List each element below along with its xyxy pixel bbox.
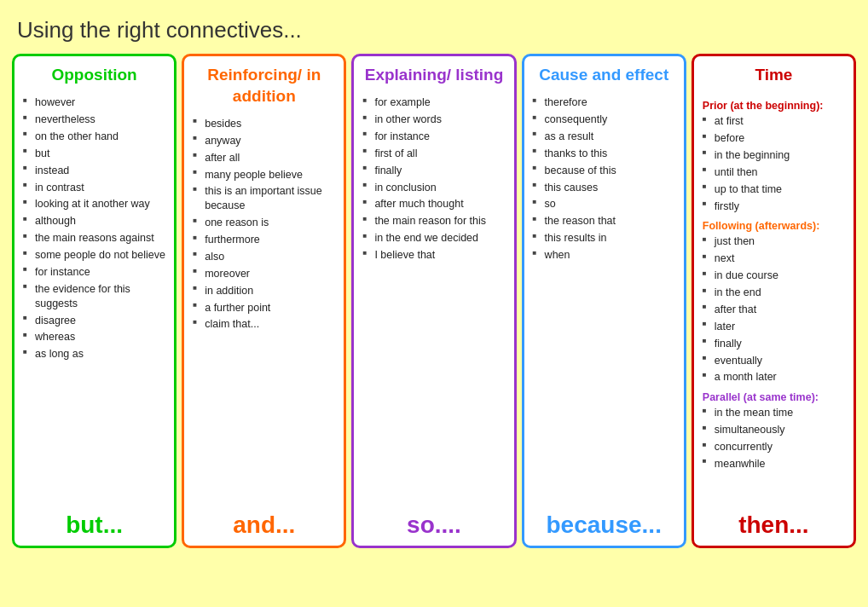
list-item: first of all — [362, 145, 505, 162]
col-footer-time: then... — [703, 506, 845, 539]
list-item: although — [23, 213, 165, 230]
list-item: in the end — [703, 285, 845, 302]
list-item: in due course — [703, 268, 845, 285]
column-reinforcing: Reinforcing/ in additionbesidesanywayaft… — [182, 54, 346, 548]
list-item: a further point — [193, 299, 335, 316]
list-item: up to that time — [703, 181, 845, 198]
list-item: later — [703, 318, 845, 335]
list-item: but — [23, 145, 165, 162]
item-list-cause: thereforeconsequentlyas a resultthanks t… — [533, 95, 675, 498]
list-item: claim that... — [193, 316, 335, 333]
col-title-time: Time — [703, 65, 845, 86]
list-item: thanks to this — [533, 145, 675, 162]
list-item: the evidence for this suggests — [23, 280, 165, 312]
list-item: simultaneously — [703, 422, 845, 439]
list-item: the reason that — [533, 213, 675, 230]
list-item: whereas — [23, 329, 165, 346]
list-item: in contrast — [23, 179, 165, 196]
list-item: for instance — [23, 263, 165, 280]
list-item: after all — [193, 149, 335, 166]
list-item: this is an important issue because — [193, 183, 335, 215]
column-opposition: Oppositionhoweverneverthelesson the othe… — [12, 54, 176, 548]
list-item: when — [533, 247, 675, 264]
list-item: furthermore — [193, 232, 335, 249]
col-title-opposition: Opposition — [23, 65, 165, 86]
list-item: looking at it another way — [23, 196, 165, 213]
list-item: so — [533, 196, 675, 213]
list-item: finally — [703, 335, 845, 352]
list-item: until then — [703, 164, 845, 181]
col-title-cause: Cause and effect — [533, 65, 675, 86]
list-item: however — [23, 95, 165, 112]
list-item: in other words — [362, 112, 505, 129]
list-item: because of this — [533, 162, 675, 179]
list-item: the main reasons against — [23, 230, 165, 247]
col-title-reinforcing: Reinforcing/ in addition — [193, 65, 335, 107]
columns-wrapper: Oppositionhoweverneverthelesson the othe… — [9, 54, 859, 548]
list-item: instead — [23, 162, 165, 179]
list-item: a month later — [703, 369, 845, 386]
list-item: firstly — [703, 198, 845, 215]
col-footer-opposition: but... — [23, 506, 165, 539]
list-item: in conclusion — [362, 179, 505, 196]
list-item: as a result — [533, 128, 675, 145]
list-item: after that — [703, 301, 845, 318]
list-item: as long as — [23, 346, 165, 363]
column-explaining: Explaining/ listingfor examplein other w… — [351, 54, 516, 548]
list-item: just then — [703, 234, 845, 251]
list-item: in the beginning — [703, 147, 845, 164]
item-list-opposition: howeverneverthelesson the other handbuti… — [23, 95, 165, 498]
section-label-prior: Prior (at the beginning): — [703, 100, 845, 112]
list-item: moreover — [193, 265, 335, 282]
list-item: I believe that — [362, 247, 505, 264]
list-item: next — [703, 251, 845, 268]
item-list-parallel: in the mean timesimultaneouslyconcurrent… — [703, 405, 845, 473]
list-item: at first — [703, 113, 845, 130]
column-cause: Cause and effectthereforeconsequentlyas … — [522, 54, 686, 548]
section-label-following: Following (afterwards): — [703, 220, 845, 232]
list-item: this causes — [533, 179, 675, 196]
list-item: consequently — [533, 112, 675, 129]
col-footer-reinforcing: and... — [193, 506, 335, 539]
item-list-prior: at firstbeforein the beginninguntil then… — [703, 113, 845, 215]
col-title-explaining: Explaining/ listing — [362, 65, 505, 86]
list-item: for instance — [362, 128, 505, 145]
section-label-parallel: Parallel (at same time): — [703, 391, 845, 403]
list-item: disagree — [23, 312, 165, 329]
col-footer-explaining: so.... — [362, 506, 505, 539]
list-item: nevertheless — [23, 112, 165, 129]
list-item: anyway — [193, 132, 335, 149]
list-item: one reason is — [193, 215, 335, 232]
item-list-explaining: for examplein other wordsfor instancefir… — [362, 95, 505, 498]
list-item: besides — [193, 115, 335, 132]
list-item: after much thought — [362, 196, 505, 213]
list-item: in the end we decided — [362, 230, 505, 247]
list-item: before — [703, 130, 845, 147]
item-list-reinforcing: besidesanywayafter allmany people believ… — [193, 115, 335, 498]
list-item: concurrently — [703, 439, 845, 456]
list-item: for example — [362, 95, 505, 112]
col-footer-cause: because... — [533, 506, 675, 539]
page-title: Using the right connectives... — [17, 17, 859, 43]
list-item: in the mean time — [703, 405, 845, 422]
list-item: therefore — [533, 95, 675, 112]
list-item: eventually — [703, 352, 845, 369]
list-item: also — [193, 248, 335, 265]
list-item: many people believe — [193, 166, 335, 183]
list-item: on the other hand — [23, 128, 165, 145]
column-time: TimePrior (at the beginning):at firstbef… — [692, 54, 856, 548]
list-item: finally — [362, 162, 505, 179]
item-list-following: just thennextin due coursein the endafte… — [703, 234, 845, 386]
list-item: this results in — [533, 230, 675, 247]
list-item: some people do not believe — [23, 247, 165, 264]
list-item: the main reason for this — [362, 213, 505, 230]
list-item: in addition — [193, 282, 335, 299]
list-item: meanwhile — [703, 455, 845, 472]
